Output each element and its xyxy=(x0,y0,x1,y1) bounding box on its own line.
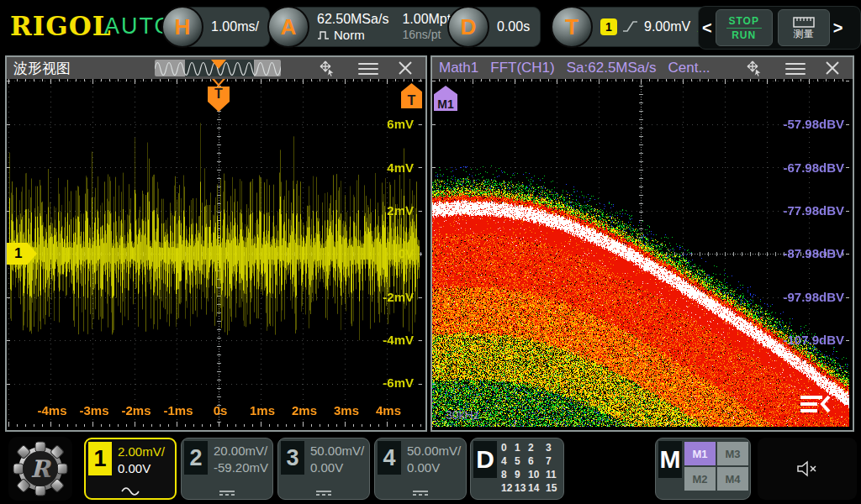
db-label: -87.98dBV xyxy=(783,246,844,260)
channel-1-offset: 0.00V xyxy=(118,460,175,477)
math-badge: M xyxy=(658,441,682,478)
channel-4-button[interactable]: 4 50.00mV/ 0.00V xyxy=(374,438,467,500)
channel-2-button[interactable]: 2 20.00mV/ -59.20mV xyxy=(181,438,273,500)
fft-panel-title: Math1FFT(CH1)Sa:62.5MSa/sCent... xyxy=(439,60,722,76)
math4-button[interactable]: M4 xyxy=(717,467,748,491)
trigger-settings-button[interactable]: T 1 9.00mV A xyxy=(551,7,719,47)
svg-text:R: R xyxy=(30,455,51,483)
overview-trigger-icon[interactable] xyxy=(211,60,226,69)
math-sample-rate-label: Sa:62.5MSa/s xyxy=(567,60,657,76)
v-label: -6mV xyxy=(383,375,414,390)
close-icon[interactable] xyxy=(824,60,841,76)
channel-1-scale: 2.00mV/ xyxy=(118,444,175,460)
digital-channels-button[interactable]: D 0123 4567 891011 12131415 xyxy=(470,438,564,500)
t-label: 3ms xyxy=(326,403,367,417)
channel-2-scale: 20.00mV/ xyxy=(214,443,272,459)
toolbar-cluster: < STOP RUN 测量 > xyxy=(698,6,861,50)
rising-edge-icon xyxy=(622,19,639,34)
horizontal-settings-button[interactable]: H 1.00ms/ xyxy=(161,7,270,47)
ac-coupling-icon xyxy=(121,487,140,496)
channel-4-scale: 50.00mV/ xyxy=(407,443,466,459)
t-label: 4ms xyxy=(368,403,409,417)
rigol-logo: RIGOL xyxy=(10,11,112,41)
math-center-label: Cent... xyxy=(668,60,710,76)
t-label: 1ms xyxy=(242,403,283,417)
pulse-norm-icon xyxy=(317,29,330,41)
channel-1-badge: 1 xyxy=(88,442,112,475)
channel-4-offset: 0.00V xyxy=(407,459,466,476)
waveform-view-panel: 波形视图 6mV 4mV 2mV 0V -2mV -4mV -6mV -4ms … xyxy=(5,55,427,432)
db-label: -57.98dBV xyxy=(783,117,844,131)
acquisition-settings-button[interactable]: A 62.50MSa/s Norm 1.00Mpts 16ns/pt xyxy=(267,7,470,47)
channel-2-offset: -59.20mV xyxy=(214,459,272,476)
channel-3-button[interactable]: 3 50.00mV/ 0.00V xyxy=(277,438,370,500)
delay-settings-button[interactable]: D 0.00s xyxy=(447,7,541,47)
waveform-display[interactable] xyxy=(7,79,422,427)
gear-icon: R xyxy=(12,440,69,497)
run-label: RUN xyxy=(732,29,756,41)
speaker-muted-icon xyxy=(795,459,820,479)
toolbar-prev-icon[interactable]: < xyxy=(699,18,716,38)
trigger-source-badge: 1 xyxy=(600,18,617,35)
math-channels-button[interactable]: M M1 M3 M2 M4 xyxy=(655,438,751,500)
measure-button[interactable]: 测量 xyxy=(778,9,830,46)
horizontal-knob-icon[interactable]: H xyxy=(161,6,203,48)
pan-icon[interactable] xyxy=(314,60,336,76)
bottom-channel-bar: R 1 2.00mV/ 0.00V 2 20.00mV/ -59.20mV 3 … xyxy=(0,433,861,504)
db-label: -67.98dBV xyxy=(783,160,844,175)
channel-2-badge: 2 xyxy=(184,441,208,475)
frequency-label: 30kHz xyxy=(446,408,479,422)
waveform-panel-header: 波形视图 xyxy=(7,57,425,79)
toolbar-next-icon[interactable]: > xyxy=(830,18,847,38)
waveform-overview-strip[interactable] xyxy=(155,60,281,76)
dc-coupling-icon xyxy=(411,490,430,496)
dc-coupling-icon xyxy=(218,490,236,496)
channel-1-button[interactable]: 1 2.00mV/ 0.00V xyxy=(84,438,177,500)
menu-icon[interactable] xyxy=(785,61,806,76)
math-source-label: Math1 xyxy=(439,60,478,76)
dc-coupling-icon xyxy=(314,490,333,496)
t-label: 0s xyxy=(200,403,240,417)
db-label: -97.98dBV xyxy=(783,290,844,304)
sample-rate-value: 62.50MSa/s xyxy=(317,11,388,27)
math1-button[interactable]: M1 xyxy=(684,442,716,465)
sound-button[interactable] xyxy=(758,438,857,500)
expand-menu-icon[interactable] xyxy=(799,393,832,417)
delay-value: 0.00s xyxy=(497,19,530,34)
t-label: -3ms xyxy=(74,403,114,417)
acquire-mode-value: Norm xyxy=(334,27,365,43)
fft-math-panel: Math1FFT(CH1)Sa:62.5MSa/sCent... -57.98d… xyxy=(430,55,854,432)
menu-icon[interactable] xyxy=(358,61,378,76)
top-status-bar: RIGOL AUTO H 1.00ms/ A 62.50MSa/s Norm 1… xyxy=(0,0,861,54)
v-label: 0V xyxy=(399,246,414,260)
rigol-gear-logo[interactable]: R xyxy=(8,437,72,501)
math-grid: M1 M3 M2 M4 xyxy=(684,442,748,491)
waveform-panel-title: 波形视图 xyxy=(13,59,71,78)
channel-3-scale: 50.00mV/ xyxy=(310,443,369,459)
acquire-knob-icon[interactable]: A xyxy=(267,6,309,48)
v-label: -4mV xyxy=(383,333,414,347)
math2-button[interactable]: M2 xyxy=(684,467,716,491)
digital-bit-grid: 0123 4567 891011 12131415 xyxy=(501,442,565,496)
digital-badge: D xyxy=(473,441,497,478)
channel-3-offset: 0.00V xyxy=(310,459,369,476)
measure-label: 测量 xyxy=(794,29,814,39)
fft-graticule: -57.98dBV -67.98dBV -77.98dBV -87.98dBV … xyxy=(432,79,849,427)
ruler-icon xyxy=(793,16,815,29)
v-label: 4mV xyxy=(387,160,414,175)
timebase-value: 1.00ms/ xyxy=(211,19,259,34)
math-operation-label: FFT(CH1) xyxy=(490,60,554,76)
t-label: -4ms xyxy=(32,403,72,417)
pan-icon[interactable] xyxy=(742,60,763,76)
math3-button[interactable]: M3 xyxy=(717,442,748,465)
trigger-knob-icon[interactable]: T xyxy=(551,6,593,48)
v-label: 6mV xyxy=(387,117,414,131)
run-stop-button[interactable]: STOP RUN xyxy=(716,9,773,46)
t-label: -2ms xyxy=(116,403,156,417)
t-label: -1ms xyxy=(158,403,198,417)
close-icon[interactable] xyxy=(397,60,414,76)
delay-knob-icon[interactable]: D xyxy=(447,6,489,48)
v-label: 2mV xyxy=(387,203,414,218)
t-label: 2ms xyxy=(284,403,325,417)
trigger-position-tick-inner xyxy=(214,79,223,84)
